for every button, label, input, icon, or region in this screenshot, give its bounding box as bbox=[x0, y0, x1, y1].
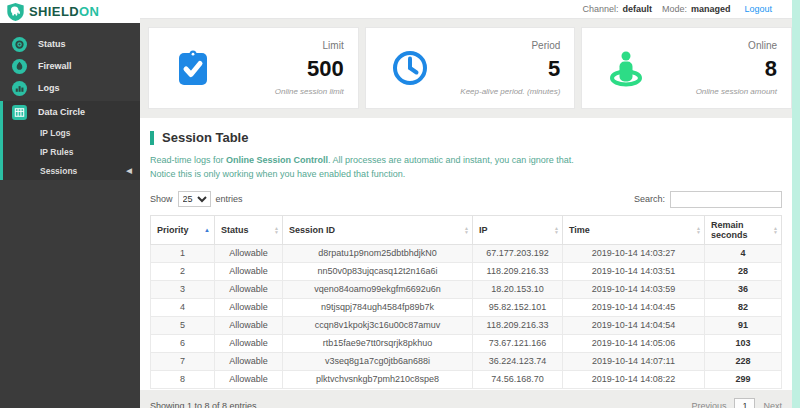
logo[interactable]: SHIELDON bbox=[0, 0, 140, 23]
scrollbar[interactable] bbox=[792, 0, 800, 408]
sidebar-subitem-sessions[interactable]: Sessions ◀ bbox=[3, 161, 140, 180]
sidebar-item-logs[interactable]: Logs bbox=[0, 77, 140, 99]
table-cell: 36 bbox=[705, 280, 782, 298]
clock-icon bbox=[380, 50, 440, 86]
column-header-session-id[interactable]: Session ID ▲▼ bbox=[283, 215, 473, 244]
column-header-status[interactable]: Status ▲▼ bbox=[215, 215, 283, 244]
sidebar-item-firewall[interactable]: Firewall bbox=[0, 55, 140, 77]
description-bold: Online Session Controll bbox=[226, 155, 328, 165]
card-label: Period bbox=[531, 38, 560, 51]
sidebar-subitem-ip-logs[interactable]: IP Logs bbox=[3, 123, 140, 142]
table-cell: Allowable bbox=[215, 334, 283, 352]
session-table-body: 1Allowabled8rpatu1p9nom25dbtbhdjkN067.17… bbox=[151, 244, 782, 388]
next-button[interactable]: Next bbox=[763, 401, 782, 408]
column-header-remain-seconds[interactable]: Remain seconds ▲▼ bbox=[705, 215, 782, 244]
search-input[interactable] bbox=[670, 191, 782, 208]
page-length-control: Show 25 entries bbox=[150, 191, 243, 207]
sort-icons: ▲▼ bbox=[696, 226, 701, 234]
session-panel: Session Table Read-time logs for Online … bbox=[140, 118, 792, 390]
table-cell: 2019-10-14 14:05:06 bbox=[563, 334, 705, 352]
table-cell: 2019-10-14 14:08:22 bbox=[563, 370, 705, 388]
table-cell: 2019-10-14 14:04:54 bbox=[563, 316, 705, 334]
logo-on-text: ON bbox=[79, 4, 99, 19]
column-header-ip[interactable]: IP ▲▼ bbox=[473, 215, 563, 244]
table-cell: 4 bbox=[705, 244, 782, 262]
sort-icons: ▲▼ bbox=[464, 226, 469, 234]
table-cell: Allowable bbox=[215, 244, 283, 262]
table-cell: 28 bbox=[705, 262, 782, 280]
limit-card: Limit 500 Online session limit bbox=[148, 27, 359, 109]
table-cell: 67.177.203.192 bbox=[473, 244, 563, 262]
shieldon-logo-icon bbox=[7, 3, 24, 21]
table-cell: 82 bbox=[705, 298, 782, 316]
logo-shield-text: SHIELD bbox=[29, 4, 79, 19]
sidebar-item-data-circle[interactable]: Data Circle bbox=[3, 101, 140, 123]
table-cell: 6 bbox=[151, 334, 215, 352]
mode-value: managed bbox=[691, 4, 731, 14]
stat-cards: Limit 500 Online session limit Period 5 … bbox=[140, 19, 792, 109]
table-cell: 74.56.168.70 bbox=[473, 370, 563, 388]
table-cell: Allowable bbox=[215, 370, 283, 388]
online-card: Online 8 Online session amount bbox=[581, 27, 792, 109]
mode-label: Mode: bbox=[662, 4, 687, 14]
table-cell: ccqn8v1kpokj3c16u00c87amuv bbox=[283, 316, 473, 334]
table-cell: 18.20.153.10 bbox=[473, 280, 563, 298]
table-cell: 7 bbox=[151, 352, 215, 370]
table-cell: 5 bbox=[151, 316, 215, 334]
entries-label: entries bbox=[216, 194, 243, 204]
table-row: 8Allowableplktvchvsnkgb7pmh210c8spe874.5… bbox=[151, 370, 782, 388]
table-row: 1Allowabled8rpatu1p9nom25dbtbhdjkN067.17… bbox=[151, 244, 782, 262]
previous-button[interactable]: Previous bbox=[691, 401, 726, 408]
search-control: Search: bbox=[634, 191, 782, 208]
table-cell: Allowable bbox=[215, 352, 283, 370]
column-header-priority[interactable]: Priority ▲ bbox=[151, 215, 215, 244]
session-table: Priority ▲ Status ▲▼ Session ID ▲▼ IP ▲▼… bbox=[150, 215, 782, 389]
entries-select[interactable]: 25 bbox=[178, 191, 211, 207]
sidebar-item-label: Status bbox=[38, 39, 66, 49]
table-cell: rtb15fae9e7tt0rsqrjk8pkhuo bbox=[283, 334, 473, 352]
description-suffix: . All processes are automatic and instan… bbox=[328, 155, 574, 165]
table-cell: Allowable bbox=[215, 280, 283, 298]
table-cell: 228 bbox=[705, 352, 782, 370]
sidebar-item-label: Firewall bbox=[38, 61, 72, 71]
column-header-time[interactable]: Time ▲▼ bbox=[563, 215, 705, 244]
card-value: 5 bbox=[548, 58, 560, 80]
pagination: Previous 1 Next bbox=[691, 398, 782, 408]
sidebar-subitem-ip-rules[interactable]: IP Rules bbox=[3, 142, 140, 161]
logout-link[interactable]: Logout bbox=[744, 4, 772, 14]
page-1-button[interactable]: 1 bbox=[734, 398, 755, 408]
sidebar: SHIELDON Status Firewall bbox=[0, 0, 140, 408]
sidebar-subitem-label: IP Rules bbox=[40, 147, 73, 157]
table-cell: 8 bbox=[151, 370, 215, 388]
table-cell: 3 bbox=[151, 280, 215, 298]
channel-value: default bbox=[622, 4, 652, 14]
table-cell: 73.67.121.166 bbox=[473, 334, 563, 352]
table-cell: d8rpatu1p9nom25dbtbhdjkN0 bbox=[283, 244, 473, 262]
table-cell: 36.224.123.74 bbox=[473, 352, 563, 370]
table-row: 3Allowablevqeno84oamo99ekgfm6692u6n18.20… bbox=[151, 280, 782, 298]
card-value: 500 bbox=[307, 58, 344, 80]
card-value: 8 bbox=[765, 58, 777, 80]
description-prefix: Read-time logs for bbox=[150, 155, 226, 165]
sidebar-group-data-circle: Data Circle IP Logs IP Rules Sessions ◀ bbox=[0, 101, 140, 180]
clipboard-check-icon bbox=[163, 50, 223, 86]
card-caption: Online session amount bbox=[696, 87, 777, 98]
sort-asc-icon: ▲ bbox=[204, 227, 210, 233]
sidebar-subitem-label: Sessions bbox=[40, 166, 77, 176]
firewall-icon bbox=[12, 59, 27, 74]
table-row: 4Allowablen9tjsqpj784ugh4584fp89b7k95.82… bbox=[151, 298, 782, 316]
table-cell: vqeno84oamo99ekgfm6692u6n bbox=[283, 280, 473, 298]
table-cell: nn50v0p83ujqcasq12t2n16a6i bbox=[283, 262, 473, 280]
table-cell: 299 bbox=[705, 370, 782, 388]
table-header-row: Priority ▲ Status ▲▼ Session ID ▲▼ IP ▲▼… bbox=[151, 215, 782, 244]
card-label: Limit bbox=[323, 38, 344, 51]
table-row: 5Allowableccqn8v1kpokj3c16u00c87amuv118.… bbox=[151, 316, 782, 334]
table-cell: 2019-10-14 14:03:27 bbox=[563, 244, 705, 262]
table-cell: Allowable bbox=[215, 298, 283, 316]
table-cell: Allowable bbox=[215, 262, 283, 280]
table-cell: 95.82.152.101 bbox=[473, 298, 563, 316]
show-label: Show bbox=[150, 194, 173, 204]
sort-icons: ▲▼ bbox=[554, 226, 559, 234]
sidebar-item-label: Data Circle bbox=[38, 107, 85, 117]
sidebar-item-status[interactable]: Status bbox=[0, 33, 140, 55]
